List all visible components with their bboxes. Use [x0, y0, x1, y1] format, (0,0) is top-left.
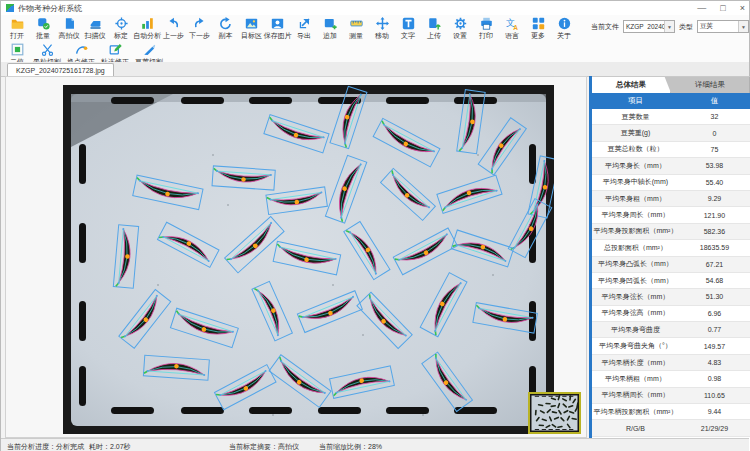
analysis-photo[interactable]	[63, 85, 554, 434]
toolbar-more-button[interactable]: 更多	[525, 15, 551, 41]
row-item-value: 67.21	[679, 261, 750, 268]
maximize-button[interactable]: □	[720, 1, 725, 15]
toolbar-settings-button[interactable]: 设置	[447, 15, 473, 41]
table-row[interactable]: 平均果身凹弧长（mm）54.68	[592, 273, 750, 289]
toolbar-upload-button[interactable]: 上传	[421, 15, 447, 41]
row-item-value: 0.77	[679, 326, 750, 333]
toolbar-about-button[interactable]: 关于	[551, 15, 577, 41]
move-icon	[376, 17, 389, 30]
row-item-label: 平均果柄粗（mm）	[592, 374, 679, 384]
table-row[interactable]: 平均果身长（mm）53.98	[592, 158, 750, 174]
table-row[interactable]: 平均果柄粗（mm）0.98	[592, 371, 750, 387]
table-row[interactable]: 豆荚总粒数（粒）75	[592, 142, 750, 158]
toolbar-save-image-button[interactable]: 保存图片	[265, 15, 292, 41]
toolbar-button-label: 测量	[349, 31, 363, 41]
title-bar: 作物考种分析系统 — □ ×	[1, 1, 749, 16]
toolbar-move-button[interactable]: 移动	[369, 15, 395, 41]
toolbar-button-label: 打开	[10, 31, 24, 41]
results-panel: 总体结果 详细结果 项目 值 豆荚数量32豆荚重(g)0豆荚总粒数（粒）75平均…	[592, 76, 750, 438]
tab-detailed-results[interactable]: 详细结果	[671, 77, 750, 93]
table-row[interactable]: 平均果身弯曲夹角（°）149.57	[592, 338, 750, 354]
toolbar-doc-camera-button[interactable]: 高拍仪	[56, 15, 82, 41]
toolbar-button-label: 下一步	[189, 31, 210, 41]
toolbar-language-button[interactable]: 文A语言	[499, 15, 525, 41]
status-elapsed: 耗时：2.07秒	[89, 442, 131, 451]
close-button[interactable]: ×	[740, 1, 745, 15]
pen-fix-icon	[109, 43, 122, 56]
toolbar-button-label: 关于	[557, 31, 571, 41]
table-row[interactable]: 豆荚重(g)0	[592, 125, 750, 141]
redo-icon	[193, 17, 206, 30]
row-item-value: 53.98	[679, 162, 750, 169]
toolbar-open-folder-button[interactable]: 打开	[4, 15, 30, 41]
toolbar-button-label: 标定	[114, 31, 128, 41]
table-row[interactable]: 平均果身弯曲度0.77	[592, 322, 750, 338]
open-folder-icon	[11, 17, 24, 30]
row-item-label: 平均果身投影面积（mm²）	[592, 226, 679, 236]
chevron-down-icon[interactable]: ▼	[664, 21, 674, 32]
table-row[interactable]: R/G/B21/29/29	[592, 420, 750, 436]
row-item-value: 4.83	[679, 359, 750, 366]
row-item-label: 总投影面积（mm²）	[592, 243, 679, 253]
toolbar-button-label: 文字	[401, 31, 415, 41]
upload-icon	[428, 17, 441, 30]
table-row[interactable]: 平均果身投影面积（mm²）582.36	[592, 224, 750, 240]
row-item-label: 平均果身凹弧长（mm）	[592, 276, 679, 286]
toolbar-measure-button[interactable]: 测量	[343, 15, 369, 41]
chevron-down-icon[interactable]: ▼	[738, 21, 748, 32]
toolbar-target-area-button[interactable]: 目标区	[239, 15, 265, 41]
toolbar-button-label: 上传	[427, 31, 441, 41]
type-select[interactable]: 豆荚▼	[697, 20, 749, 33]
row-item-label: R/G/B	[592, 425, 679, 432]
window-title: 作物考种分析系统	[18, 3, 82, 14]
row-item-value: 121.90	[679, 212, 750, 219]
tab-overall-results[interactable]: 总体结果	[592, 77, 671, 93]
row-item-label: 平均果柄投影面积（mm²）	[592, 407, 679, 417]
toolbar-append-button[interactable]: 追加	[317, 15, 343, 41]
table-row[interactable]: 豆荚数量32	[592, 109, 750, 125]
table-row[interactable]: 平均果身弦高（mm）6.96	[592, 306, 750, 322]
calibrate-icon	[115, 17, 128, 30]
toolbar-calibrate-button[interactable]: 标定	[108, 15, 134, 41]
undo-icon	[167, 17, 180, 30]
toolbar-print-button[interactable]: 打印	[473, 15, 499, 41]
toolbar-button-label: 保存图片	[264, 31, 292, 41]
navigator-thumbnail[interactable]	[528, 392, 581, 434]
table-row[interactable]: 平均果柄长度（mm）4.83	[592, 355, 750, 371]
table-row[interactable]: 平均果身周长（mm）121.90	[592, 207, 750, 223]
row-item-value: 6.96	[679, 310, 750, 317]
toolbar-button-label: 上一步	[163, 31, 184, 41]
toolbar-export-button[interactable]: 导出	[291, 15, 317, 41]
table-row[interactable]: 平均果柄投影面积（mm²）9.44	[592, 404, 750, 420]
row-item-value: 110.65	[679, 392, 750, 399]
app-icon	[6, 4, 14, 12]
table-row[interactable]: 总投影面积（mm²）18635.59	[592, 240, 750, 256]
table-row[interactable]: 平均果身凸弧长（mm）67.21	[592, 257, 750, 273]
current-file-select[interactable]: KZGP_202407▼	[623, 20, 675, 33]
row-item-value: 18635.59	[679, 244, 750, 251]
minimize-button[interactable]: —	[697, 1, 706, 15]
toolbar-text-button[interactable]: 文字	[395, 15, 421, 41]
language-icon: 文A	[506, 17, 519, 30]
toolbar-scanner-button[interactable]: 扫描仪	[82, 15, 108, 41]
table-row[interactable]: 平均果身弦长（mm）51.30	[592, 289, 750, 305]
toolbar-auto-analyze-button[interactable]: 自动分析	[134, 15, 161, 41]
document-tab[interactable]: KZGP_20240725161728.jpg	[7, 63, 114, 77]
row-item-label: 平均果身周长（mm）	[592, 210, 679, 220]
toolbar-button-label: 导出	[297, 31, 311, 41]
toolbar-button-label: 目标区	[241, 31, 262, 41]
toolbar-copy-button[interactable]: 副本	[213, 15, 239, 41]
toolbar-redo-button[interactable]: 下一步	[187, 15, 213, 41]
toolbar-undo-button[interactable]: 上一步	[161, 15, 187, 41]
toolbar-batch-button[interactable]: 批量	[30, 15, 56, 41]
svg-text:A: A	[513, 24, 518, 30]
file-selector-zone: 当前文件KZGP_202407▼类型豆荚▼	[591, 20, 749, 33]
row-item-label: 平均果身长（mm）	[592, 161, 679, 171]
table-row[interactable]: 平均果身中轴长(mm)55.40	[592, 175, 750, 191]
batch-icon	[37, 17, 50, 30]
header-item-column: 项目	[592, 96, 679, 106]
table-row[interactable]: 平均果身粗（mm）9.29	[592, 191, 750, 207]
toolbar-button-label: 移动	[375, 31, 389, 41]
row-item-label: 平均果身凸弧长（mm）	[592, 259, 679, 269]
table-row[interactable]: 平均果柄周长（mm）110.65	[592, 388, 750, 404]
